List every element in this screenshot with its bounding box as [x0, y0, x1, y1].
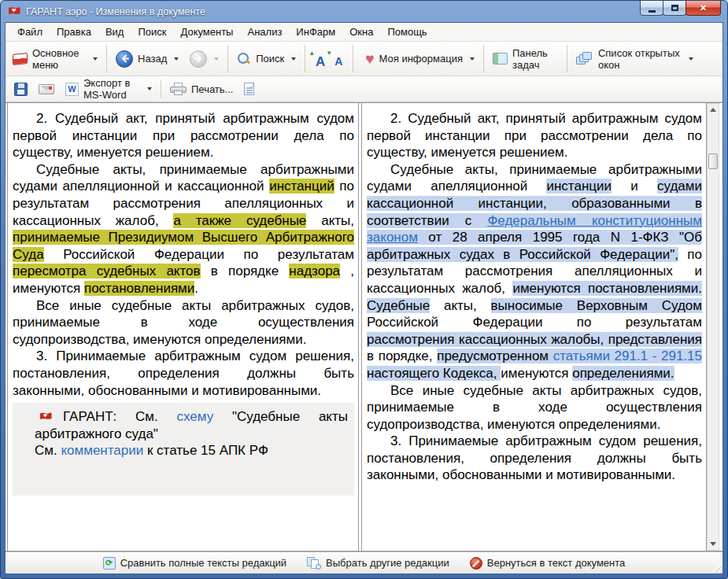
printer-icon [170, 83, 187, 96]
menu-search[interactable]: Поиск [131, 24, 173, 40]
text-segment: надзора [289, 264, 340, 278]
text-segment: рассмотрения кассационных жалобы, предст… [367, 332, 702, 347]
toolbar-separator [567, 45, 567, 72]
export-word-button[interactable]: W Экспорт в MS-Word [60, 76, 157, 102]
close-button[interactable] [686, 1, 721, 16]
text-segment: определениями. [572, 366, 674, 381]
print-button[interactable]: Печать... [164, 81, 238, 98]
task-panel-icon [493, 53, 508, 65]
doc-paragraph: Все иные судебные акты арбитражных судов… [367, 382, 702, 433]
envelope-icon [39, 84, 54, 94]
text-segment: выносимые Верховным Судом [491, 298, 702, 313]
left-document-pane[interactable]: 2. Судебный акт, принятый арбитражным су… [7, 103, 359, 551]
app-window: ГАРАНТ аэро - Изменения в документе Файл… [0, 0, 728, 579]
green-up-arrow-icon: ▲ [309, 50, 315, 57]
text-segment: 2. Судебный акт, принятый арбитражным су… [13, 111, 354, 160]
task-panel-button[interactable]: Панель задач [487, 46, 564, 72]
my-information-label: Моя информация [379, 53, 463, 65]
task-panel-label: Панель задач [512, 47, 558, 71]
choose-other-editions-label: Выбрать другие редакции [326, 557, 449, 569]
text-segment: к статье 15 АПК РФ [143, 443, 268, 458]
text-segment: 3. Принимаемые арбитражным судом решения… [367, 433, 702, 482]
scroll-down-button[interactable] [708, 538, 719, 550]
text-segment: в порядке [201, 264, 290, 278]
down-arrow-icon [710, 542, 716, 546]
doc-link[interactable]: схему [177, 409, 214, 424]
text-segment: Все иные судебные акты арбитражных судов… [13, 298, 354, 347]
text-segment: Российской Федерации по результатам [44, 247, 354, 262]
text-segment: пересмотра судебных актов [13, 264, 201, 278]
scrollbar-thumb[interactable] [708, 153, 718, 169]
text-segment: Все иные судебные акты арбитражных судов… [367, 383, 702, 432]
return-to-document-button[interactable]: Вернуться в текст документа [470, 557, 626, 570]
compare-refresh-icon: ⟳ [103, 557, 116, 570]
chevron-down-icon [470, 57, 475, 61]
garant-flag-icon [39, 411, 53, 422]
cascaded-windows-icon [576, 52, 593, 65]
toolbar-separator [483, 45, 484, 72]
text-segment: . [194, 281, 198, 296]
heart-icon: ♥ [365, 52, 374, 66]
chevron-down-icon [291, 57, 296, 61]
maximize-button[interactable] [663, 1, 686, 16]
minimize-button[interactable] [640, 1, 663, 16]
right-document-pane[interactable]: 2. Судебный акт, принятый арбитражным су… [361, 103, 707, 551]
print-label: Печать... [191, 83, 233, 95]
return-to-document-label: Вернуться в текст документа [487, 557, 626, 569]
doc-link[interactable]: статьями 291.1 - 291.15 [553, 349, 702, 363]
text-segment: в порядке, [367, 349, 437, 363]
open-windows-button[interactable]: Список открытых окон [571, 46, 699, 72]
text-segment: акты, [306, 213, 354, 228]
vertical-scrollbar[interactable] [707, 103, 719, 551]
menu-help[interactable]: Помощь [380, 24, 434, 40]
minimize-icon [649, 10, 656, 13]
choose-other-editions-button[interactable]: Выбрать другие редакции [307, 557, 449, 570]
search-button[interactable]: Поиск [231, 50, 301, 68]
open-windows-label: Список открытых окон [598, 47, 682, 71]
menu-documents[interactable]: Документы [173, 24, 240, 40]
save-icon [14, 83, 28, 96]
doc-paragraph: 3. Принимаемые арбитражным судом решения… [13, 348, 354, 399]
back-button[interactable]: Назад [110, 49, 184, 69]
font-decrease-button[interactable]: ▼ A [326, 50, 343, 68]
doc-paragraph: Все иные судебные акты арбитражных судов… [13, 297, 354, 349]
search-icon [237, 52, 251, 66]
menu-windows[interactable]: Окна [342, 24, 380, 40]
main-menu-button[interactable]: Основное меню [7, 46, 103, 72]
my-information-button[interactable]: ♥ Моя информация [360, 50, 480, 68]
text-segment: ГАРАНТ: См. [63, 409, 177, 424]
menu-inpharm[interactable]: ИнФарм [289, 24, 342, 40]
search-label: Поиск [256, 53, 284, 65]
forward-button[interactable] [184, 49, 224, 69]
text-segment: именуются [501, 366, 572, 381]
font-decrease-label: A [334, 56, 342, 68]
text-segment: 3. Принимаемые арбитражным судом решения… [13, 349, 354, 397]
chevron-down-icon [689, 57, 693, 61]
main-menu-label: Основное меню [32, 47, 86, 71]
garant-note-text: ГАРАНТ: См. схему "Судебные акты арбитра… [35, 409, 348, 441]
menu-edit[interactable]: Правка [50, 24, 98, 40]
save-button[interactable] [9, 81, 33, 98]
doc-link[interactable]: комментарии [61, 443, 143, 458]
compare-full-texts-button[interactable]: ⟳ Сравнить полные тексты редакций [103, 557, 286, 570]
toolbar-separator [161, 79, 161, 98]
text-segment: инстанции [546, 179, 612, 194]
font-increase-button[interactable]: ▲ A [309, 50, 326, 68]
toolbar-separator [353, 45, 353, 72]
up-arrow-icon [710, 108, 716, 112]
chevron-down-icon [147, 87, 152, 90]
menu-view[interactable]: Вид [98, 24, 131, 40]
scroll-up-button[interactable] [708, 104, 719, 116]
document-compare-area: 2. Судебный акт, принятый арбитражным су… [6, 102, 722, 551]
text-segment: См. [35, 443, 61, 458]
resize-grip[interactable] [712, 563, 721, 572]
forward-arrow-icon [190, 50, 207, 68]
doc-paragraph: 3. Принимаемые арбитражным судом решения… [367, 433, 702, 484]
menu-file[interactable]: Файл [10, 24, 50, 40]
secondary-toolbar: W Экспорт в MS-Word Печать... [6, 76, 722, 102]
mail-button[interactable] [33, 83, 60, 96]
menu-analysis[interactable]: Анализ [240, 24, 289, 40]
titlebar[interactable]: ГАРАНТ аэро - Изменения в документе [5, 1, 723, 22]
print-preview-button[interactable] [238, 81, 260, 97]
doc-paragraph: 2. Судебный акт, принятый арбитражным су… [367, 110, 702, 161]
